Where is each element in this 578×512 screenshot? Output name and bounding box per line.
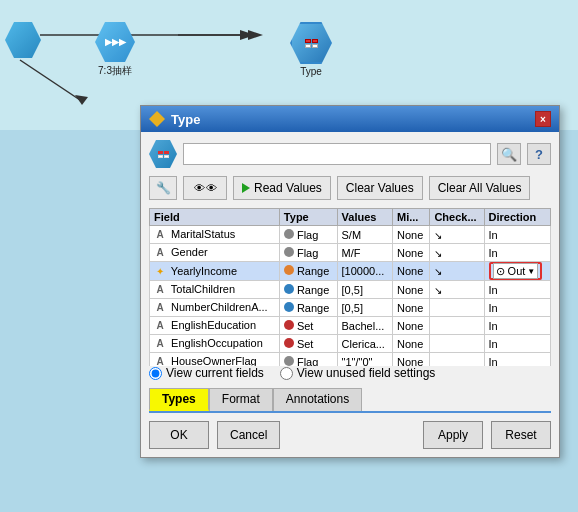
- radio-view-unused-label: View unused field settings: [297, 366, 436, 380]
- radio-view-current-input[interactable]: [149, 367, 162, 380]
- tab-format[interactable]: Format: [209, 388, 273, 411]
- apply-button[interactable]: Apply: [423, 421, 483, 449]
- col-values: Values: [337, 209, 392, 226]
- clear-all-values-button[interactable]: Clear All Values: [429, 176, 531, 200]
- tab-annotations[interactable]: Annotations: [273, 388, 362, 411]
- field-icon-a: A: [154, 284, 166, 296]
- direction-value: ⊙ Out: [496, 265, 526, 278]
- field-icon-a: A: [154, 338, 166, 350]
- table-row[interactable]: A NumberChildrenA... Range [0,5] None In: [150, 299, 551, 317]
- type-icon-gray: [284, 356, 294, 366]
- field-icon-a: A: [154, 229, 166, 241]
- close-button[interactable]: ×: [535, 111, 551, 127]
- type-icon-blue: [284, 284, 294, 294]
- table-row[interactable]: A EnglishEducation Set Bachel... None In: [150, 317, 551, 335]
- dialog-title-bar: Type ×: [141, 106, 559, 132]
- wrench-button[interactable]: 🔧: [149, 176, 177, 200]
- tab-types[interactable]: Types: [149, 388, 209, 411]
- clear-values-button[interactable]: Clear Values: [337, 176, 423, 200]
- button-row: OK Cancel Apply Reset: [149, 421, 551, 449]
- search-input[interactable]: [183, 143, 491, 165]
- col-missing: Mi...: [393, 209, 430, 226]
- node-small-icon: [149, 140, 177, 168]
- node-type: Type: [290, 22, 332, 77]
- col-check: Check...: [430, 209, 484, 226]
- dialog-title: Type: [149, 111, 200, 127]
- radio-view-unused-input[interactable]: [280, 367, 293, 380]
- node-source: [5, 22, 41, 60]
- play-icon: [242, 183, 250, 193]
- button-group-left: OK Cancel: [149, 421, 280, 449]
- field-icon-a: A: [154, 320, 166, 332]
- radio-view-current-label: View current fields: [166, 366, 264, 380]
- eye-button[interactable]: 👁👁: [183, 176, 227, 200]
- field-icon-a: A: [154, 302, 166, 314]
- read-values-button[interactable]: Read Values: [233, 176, 331, 200]
- direction-dropdown-highlight: ⊙ Out ▼: [489, 262, 543, 280]
- type-icon-gray: [284, 229, 294, 239]
- dialog-title-icon: [149, 111, 165, 127]
- col-direction: Direction: [484, 209, 550, 226]
- node-sample: ▶▶▶ 7:3抽样: [95, 22, 135, 78]
- field-icon-a: A: [154, 247, 166, 259]
- button-group-right: Apply Reset: [423, 421, 551, 449]
- dialog-body: 🔍 ? 🔧 👁👁 Read Values Clear Values Clear …: [141, 132, 559, 457]
- toolbar-row: 🔧 👁👁 Read Values Clear Values Clear All …: [149, 176, 551, 200]
- cancel-button[interactable]: Cancel: [217, 421, 280, 449]
- col-field: Field: [150, 209, 280, 226]
- field-table-container: Field Type Values Mi... Check... Directi…: [149, 208, 551, 366]
- reset-button[interactable]: Reset: [491, 421, 551, 449]
- table-row[interactable]: A EnglishOccupation Set Clerica... None …: [150, 335, 551, 353]
- table-row-selected[interactable]: ✦ YearlyIncome Range [10000... None ↘ ⊙ …: [150, 262, 551, 281]
- search-button[interactable]: 🔍: [497, 143, 521, 165]
- search-row: 🔍 ?: [149, 140, 551, 168]
- col-type: Type: [279, 209, 337, 226]
- table-row[interactable]: A TotalChildren Range [0,5] None ↘ In: [150, 281, 551, 299]
- field-icon-star: ✦: [154, 265, 166, 277]
- table-row[interactable]: A HouseOwnerFlag Flag "1"/"0" None In: [150, 353, 551, 367]
- help-button[interactable]: ?: [527, 143, 551, 165]
- type-dialog: Type × 🔍 ?: [140, 105, 560, 458]
- ok-button[interactable]: OK: [149, 421, 209, 449]
- radio-view-current[interactable]: View current fields: [149, 366, 264, 380]
- dropdown-arrow: ▼: [527, 267, 535, 276]
- type-icon-red: [284, 338, 294, 348]
- tab-bar: Types Format Annotations: [149, 388, 551, 413]
- type-icon-red: [284, 320, 294, 330]
- field-icon-a: A: [154, 356, 166, 366]
- type-icon-blue: [284, 302, 294, 312]
- type-icon-orange: [284, 265, 294, 275]
- table-row[interactable]: A MaritalStatus Flag S/M None ↘ In: [150, 226, 551, 244]
- radio-options-row: View current fields View unused field se…: [149, 366, 551, 380]
- table-row[interactable]: A Gender Flag M/F None ↘ In: [150, 244, 551, 262]
- type-icon-gray: [284, 247, 294, 257]
- radio-view-unused[interactable]: View unused field settings: [280, 366, 436, 380]
- direction-dropdown[interactable]: ⊙ Out ▼: [493, 263, 539, 279]
- field-table: Field Type Values Mi... Check... Directi…: [149, 208, 551, 366]
